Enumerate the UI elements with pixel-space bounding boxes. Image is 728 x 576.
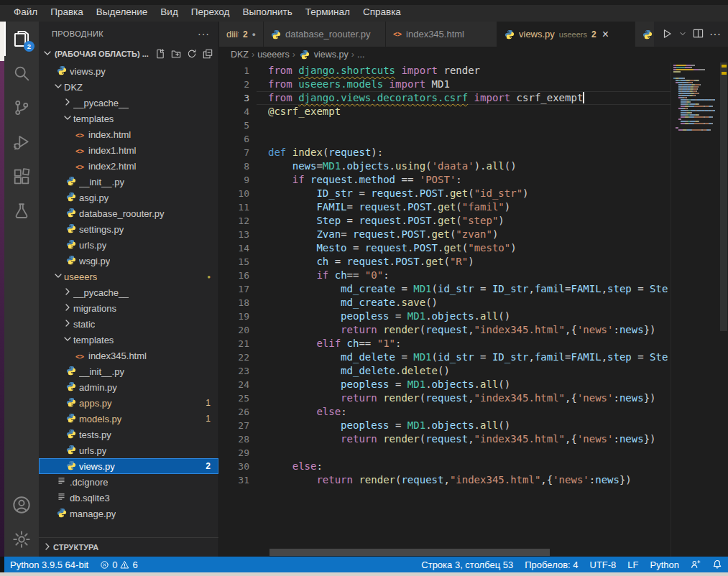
- status-feedback[interactable]: [685, 557, 706, 572]
- tree-item-urls.py[interactable]: urls.py: [39, 237, 218, 253]
- code-line[interactable]: 3from django.views.decorators.csrf impor…: [219, 91, 671, 105]
- code-line[interactable]: 13Zvan= request.POST.get("zvan"): [219, 228, 671, 241]
- more-actions-button[interactable]: ···: [708, 27, 722, 42]
- outline-section-header[interactable]: СТРУКТУРА: [39, 537, 218, 557]
- breadcrumb-item[interactable]: DKZ: [231, 50, 249, 60]
- code-line[interactable]: 15ch = request.POST.get("R"): [219, 255, 671, 269]
- code-line[interactable]: 30else:: [219, 460, 671, 473]
- code-line[interactable]: 28return render(request,"index345.html",…: [219, 432, 671, 446]
- horizontal-scrollbar[interactable]: [269, 549, 550, 556]
- code-line[interactable]: 4@csrf_exempt: [219, 105, 671, 119]
- code-line[interactable]: 25return render(request,"index345.html",…: [219, 391, 671, 405]
- code-line[interactable]: 16if ch== "0":: [219, 269, 671, 282]
- tree-item-templates[interactable]: templates: [39, 332, 218, 348]
- menu-item-7[interactable]: Терминал: [299, 4, 356, 22]
- tree-item-__pycache__[interactable]: __pycache__: [39, 95, 218, 111]
- breadcrumb[interactable]: DKZ›useeers›views.py›...: [219, 47, 728, 62]
- tree-item-asgi.py[interactable]: asgi.py: [39, 190, 218, 205]
- code-line[interactable]: 2from useeers.models import MD1: [219, 78, 671, 91]
- code-line[interactable]: 1from django.shortcuts import render: [219, 64, 671, 78]
- activity-item-explorer[interactable]: 2: [4, 22, 39, 56]
- activity-item-settings[interactable]: [4, 522, 39, 557]
- code-line[interactable]: 14Mesto = request.POST.get("mesto"): [219, 241, 671, 255]
- status-notifications[interactable]: [706, 557, 728, 572]
- code-line[interactable]: 8news=MD1.objects.using('daata').all(): [219, 159, 671, 173]
- tab-index345[interactable]: <>index345.html: [386, 22, 497, 47]
- close-icon[interactable]: ×: [602, 29, 609, 40]
- activity-item-search[interactable]: [4, 56, 39, 90]
- tab-diiits[interactable]: diiits2●: [219, 22, 264, 47]
- breadcrumb-item[interactable]: ...: [357, 50, 364, 60]
- code-line[interactable]: 26else:: [219, 405, 671, 419]
- tab-database-roouter[interactable]: database_roouter.py: [264, 22, 386, 47]
- breadcrumb-item[interactable]: views.py: [314, 50, 349, 60]
- tree-item-index345.html[interactable]: <>index345.html: [39, 348, 218, 363]
- activity-item-account[interactable]: [4, 488, 39, 522]
- code-line[interactable]: 17md_create = MD1(id_str = ID_str,famil=…: [219, 282, 671, 296]
- code-line[interactable]: 10ID_str = request.POST.get("id_str"): [219, 187, 671, 200]
- collapse-all-icon[interactable]: [203, 49, 213, 59]
- tab-views-clipped[interactable]: vie: [635, 22, 654, 47]
- tree-item-apps.py[interactable]: apps.py1: [39, 395, 218, 411]
- status-indentation[interactable]: Пробелов: 4: [519, 557, 584, 572]
- vertical-scrollbar[interactable]: [720, 62, 727, 331]
- tree-item-wsgi.py[interactable]: wsgi.py: [39, 253, 218, 269]
- menu-item-2[interactable]: Правка: [44, 4, 90, 22]
- activity-item-extensions[interactable]: [4, 159, 39, 194]
- tree-item-models.py[interactable]: models.py1: [39, 411, 218, 427]
- code-line[interactable]: 6: [219, 132, 671, 146]
- code-line[interactable]: 24peopless = MD1.objects.all(): [219, 378, 671, 391]
- status-encoding[interactable]: UTF-8: [584, 557, 622, 572]
- activity-item-run-debug[interactable]: [4, 125, 39, 159]
- tree-item-views.py[interactable]: views.py: [39, 63, 218, 79]
- tree-item-settings.py[interactable]: settings.py: [39, 221, 218, 237]
- code-line[interactable]: 9if request.method == 'POST':: [219, 173, 671, 187]
- code-line[interactable]: 11FAMIL= request.POST.get("famil"): [219, 200, 671, 214]
- menu-item-3[interactable]: Выделение: [90, 4, 155, 22]
- tree-item-__init__.py[interactable]: __init__.py: [39, 363, 218, 379]
- tree-item-.dcignore[interactable]: .dcignore: [39, 474, 218, 490]
- tree-item-index2.html[interactable]: <>index2.html: [39, 158, 218, 174]
- code-line[interactable]: 29: [219, 446, 671, 460]
- activity-item-source-control[interactable]: [4, 90, 39, 125]
- menu-item-5[interactable]: Переход: [185, 4, 236, 22]
- menu-item-6[interactable]: Выполнить: [236, 4, 298, 22]
- tab-views[interactable]: views.pyuseeers2×: [497, 22, 635, 47]
- tree-item-tests.py[interactable]: tests.py: [39, 427, 218, 442]
- code-line[interactable]: 19peopless = MD1.objects.all(): [219, 310, 671, 323]
- tree-item-useeers[interactable]: useeers●: [39, 269, 218, 284]
- breadcrumb-item[interactable]: useeers: [257, 50, 289, 60]
- tree-item-urls.py[interactable]: urls.py: [39, 442, 218, 458]
- overview-ruler[interactable]: [719, 62, 728, 557]
- run-button[interactable]: [660, 27, 674, 42]
- code-line[interactable]: 20return render(request,"index345.html",…: [219, 323, 671, 337]
- tree-item-index1.html[interactable]: <>index1.html: [39, 142, 218, 158]
- split-editor-button[interactable]: [691, 27, 705, 42]
- code-line[interactable]: 31return render(request,"index345.html",…: [219, 473, 671, 487]
- minimap[interactable]: [671, 62, 719, 557]
- status-eol[interactable]: LF: [622, 557, 644, 572]
- menu-item-1[interactable]: Файл: [7, 4, 44, 22]
- tree-item-templates[interactable]: templates: [39, 111, 218, 126]
- status-problems[interactable]: 06: [94, 557, 143, 572]
- code-line[interactable]: 12Step = request.POST.get("step"): [219, 214, 671, 228]
- menu-item-8[interactable]: Справка: [356, 4, 407, 22]
- status-python-version[interactable]: Python 3.9.5 64-bit: [4, 557, 94, 572]
- activity-item-testing[interactable]: [4, 194, 39, 228]
- workspace-section-header[interactable]: (РАБОЧАЯ ОБЛАСТЬ) ...: [39, 45, 218, 62]
- tree-item-views.py[interactable]: views.py2: [39, 458, 218, 474]
- code-line[interactable]: 7def index(request):: [219, 146, 671, 159]
- tree-item-admin.py[interactable]: admin.py: [39, 379, 218, 395]
- refresh-icon[interactable]: [187, 49, 197, 59]
- code-area[interactable]: 1from django.shortcuts import render2fro…: [219, 62, 671, 557]
- menu-item-4[interactable]: Вид: [154, 4, 184, 22]
- code-line[interactable]: 22md_delete = MD1(id_str = ID_str,famil=…: [219, 350, 671, 364]
- code-line[interactable]: 23md_delete.delete(): [219, 364, 671, 378]
- run-dropdown[interactable]: [677, 28, 688, 41]
- status-language-mode[interactable]: Python: [645, 557, 685, 572]
- status-cursor-position[interactable]: Строка 3, столбец 53: [415, 557, 519, 572]
- tree-item-database_roouter.py[interactable]: database_roouter.py: [39, 205, 218, 221]
- tree-item-static[interactable]: static: [39, 316, 218, 332]
- tree-item-db.sqlite3[interactable]: db.sqlite3: [39, 490, 218, 506]
- tree-item-manage.py[interactable]: manage.py: [39, 506, 218, 521]
